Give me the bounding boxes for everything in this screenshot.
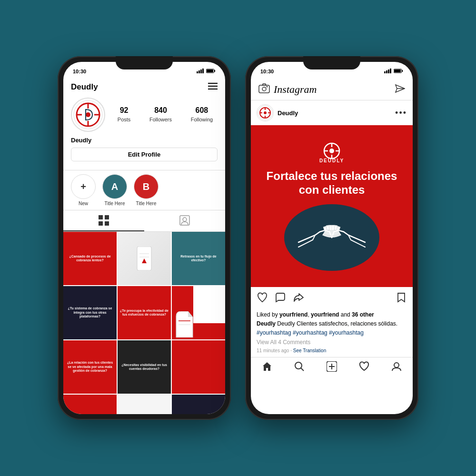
comment-icon[interactable] xyxy=(275,292,286,306)
post-image: DEUDLY Fortalece tus relaciones con clie… xyxy=(251,125,413,287)
svg-point-12 xyxy=(86,112,90,117)
caption-body: Deudly Clientes satisfechos, relaciones … xyxy=(277,320,397,327)
svg-rect-20 xyxy=(99,221,103,226)
highlight-b-circle: B xyxy=(134,174,159,199)
svg-point-43 xyxy=(262,87,266,91)
svg-rect-21 xyxy=(105,221,109,226)
stat-posts: 92 Posts xyxy=(118,106,131,123)
highlight-b-label: Title Here xyxy=(136,201,157,206)
profile-header: Deudly xyxy=(63,79,225,170)
phone-right: 10:30 Instagram xyxy=(245,56,418,420)
nav-search-right[interactable] xyxy=(294,361,305,375)
camera-icon xyxy=(258,83,270,96)
grid-item-5[interactable]: ¿Te preocupa la efectividad de tus esfue… xyxy=(118,286,171,339)
following-count: 608 xyxy=(191,106,213,115)
svg-point-23 xyxy=(183,218,187,221)
bookmark-icon[interactable] xyxy=(396,292,407,306)
svg-rect-7 xyxy=(208,83,218,84)
grid-item-10[interactable]: Optimice tu gestión de cobro con Deudly xyxy=(63,395,117,414)
instagram-wordmark: Instagram xyxy=(274,83,317,96)
grid-item-4[interactable]: ¿Tu sistema de cobranza se integra con t… xyxy=(63,286,117,339)
edit-profile-button[interactable]: Edit Profile xyxy=(71,148,218,161)
nav-heart-right[interactable] xyxy=(359,361,369,375)
share-icon[interactable] xyxy=(293,292,304,306)
svg-rect-42 xyxy=(259,85,269,93)
svg-rect-18 xyxy=(99,215,103,219)
hashtags[interactable]: #yourhashtag #yourhashtag #yourhashtag xyxy=(257,329,407,337)
phones-container: 10:30 Deudly xyxy=(58,56,418,420)
profile-tabs xyxy=(63,210,225,232)
profile-username-title: Deudly xyxy=(71,82,98,92)
like-icon[interactable] xyxy=(257,292,268,306)
notch-left xyxy=(116,56,173,69)
grid-item-3[interactable]: Retrasos en tu flujo de efectivo? xyxy=(172,232,225,285)
caption-text: Deudly Deudly Clientes satisfechos, rela… xyxy=(257,320,407,328)
svg-rect-19 xyxy=(105,215,109,219)
status-icons-right xyxy=(384,69,403,74)
posts-label: Posts xyxy=(118,117,131,122)
post-options-dots[interactable]: ••• xyxy=(395,108,407,118)
highlight-a-label: Title Here xyxy=(105,201,125,206)
stat-following: 608 Following xyxy=(191,106,213,123)
post-actions xyxy=(251,287,413,311)
profile-avatar xyxy=(71,98,105,132)
grid-item-11[interactable]: Integración sin complicaciones. xyxy=(118,395,171,414)
handshake-illustration xyxy=(284,204,379,271)
svg-rect-41 xyxy=(394,69,401,72)
svg-rect-40 xyxy=(402,70,403,72)
grid-item-9[interactable] xyxy=(172,340,225,394)
post-headline: Fortalece tus relaciones con clientes xyxy=(251,169,413,197)
post-caption: Liked by yourfriend, yourfriend and 36 o… xyxy=(251,311,413,357)
nav-home-right[interactable] xyxy=(262,361,272,375)
grid-item-12[interactable]: Evita retrasos en tu flujo de efectivo. xyxy=(172,395,225,414)
svg-rect-1 xyxy=(198,70,200,73)
svg-rect-2 xyxy=(200,69,202,73)
status-icons-left xyxy=(197,69,216,74)
grid-item-6[interactable] xyxy=(172,286,225,339)
tab-tagged[interactable] xyxy=(144,210,225,231)
grid-item-2[interactable] xyxy=(118,232,171,285)
battery-icon-right xyxy=(394,69,403,74)
highlight-new-circle: + xyxy=(71,174,96,199)
send-icon[interactable] xyxy=(395,83,405,96)
followers-label: Followers xyxy=(149,117,172,122)
caption-username: Deudly xyxy=(257,320,276,327)
liked-by: Liked by yourfriend, yourfriend and 36 o… xyxy=(257,311,407,319)
bottom-nav-right xyxy=(251,357,413,380)
highlight-new[interactable]: + New xyxy=(71,174,96,206)
post-username: Deudly xyxy=(278,109,298,117)
svg-rect-6 xyxy=(207,69,213,72)
notch-right xyxy=(303,56,360,69)
profile-display-name: Deudly xyxy=(71,137,218,144)
time-right: 10:30 xyxy=(260,69,274,74)
profile-info: 92 Posts 840 Followers 608 Following xyxy=(71,98,218,132)
nav-profile-right[interactable] xyxy=(391,361,402,375)
liked-by-text: Liked by yourfriend, yourfriend and 36 o… xyxy=(257,311,374,318)
stats-row: 92 Posts 840 Followers 608 Following xyxy=(113,106,218,123)
view-comments[interactable]: View All 4 Comments xyxy=(257,338,407,347)
photo-grid: ¿Cansado de procesos de cobranza lentos?… xyxy=(63,232,225,414)
grid-item-7[interactable]: ¿La relación con tus clientes se ve afec… xyxy=(63,340,117,394)
stat-followers: 840 Followers xyxy=(149,106,172,123)
see-translation[interactable]: See Translation xyxy=(293,348,327,353)
screen-left: 10:30 Deudly xyxy=(63,62,225,414)
svg-point-66 xyxy=(394,363,399,367)
instagram-logo: Instagram xyxy=(258,83,317,96)
highlight-a-circle: A xyxy=(102,174,127,199)
svg-rect-35 xyxy=(384,71,386,73)
highlights-row: + New A Title Here B Title Here xyxy=(63,170,225,210)
nav-add-right[interactable] xyxy=(327,361,337,375)
svg-line-62 xyxy=(301,368,304,371)
grid-item-1[interactable]: ¿Cansado de procesos de cobranza lentos? xyxy=(63,232,117,285)
profile-nav: Deudly xyxy=(71,82,218,92)
grid-item-8[interactable]: ¿Necesitas visibilidad en tus cuentas de… xyxy=(118,340,171,394)
highlight-b[interactable]: B Title Here xyxy=(134,174,159,206)
tab-grid[interactable] xyxy=(63,210,144,231)
post-user-row: Deudly ••• xyxy=(251,100,413,125)
svg-point-44 xyxy=(267,86,268,88)
post-actions-left xyxy=(257,292,304,306)
svg-rect-5 xyxy=(214,70,215,72)
signal-icon-right xyxy=(384,69,392,74)
hamburger-icon[interactable] xyxy=(208,82,218,92)
highlight-a[interactable]: A Title Here xyxy=(102,174,127,206)
